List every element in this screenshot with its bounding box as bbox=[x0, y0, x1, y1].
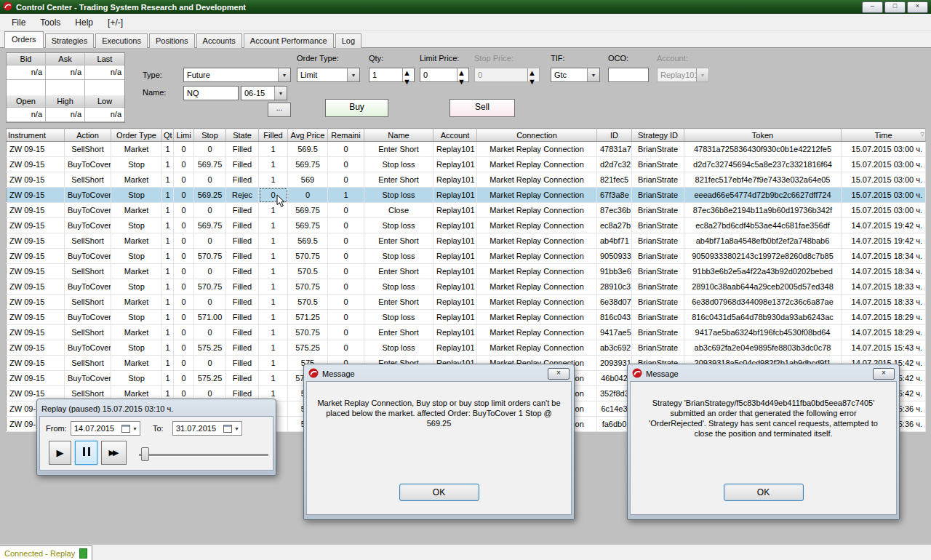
tab-account-performance[interactable]: Account Performance bbox=[244, 33, 334, 48]
menu-plus-minus[interactable]: [+/-] bbox=[100, 15, 130, 30]
table-row[interactable]: ZW 09-15BuyToCoverStop10569.75Filled1569… bbox=[7, 157, 926, 172]
column-header-order-type[interactable]: Order Type bbox=[111, 129, 162, 142]
column-header-action[interactable]: Action bbox=[65, 129, 111, 142]
cell-id: 91bb3e6 bbox=[597, 264, 632, 279]
ok-button[interactable]: OK bbox=[724, 484, 804, 501]
quantity-stepper[interactable]: 1 ▲▼ bbox=[369, 68, 415, 82]
cell-connection: Market Replay Connection bbox=[477, 295, 597, 310]
column-header-remaini[interactable]: Remaini bbox=[328, 129, 364, 142]
tab-strategies[interactable]: Strategies bbox=[45, 33, 95, 48]
cell-state: Filled bbox=[226, 157, 259, 172]
cell-state: Filled bbox=[226, 325, 259, 340]
spin-down-icon[interactable]: ▼ bbox=[457, 77, 468, 86]
minimize-icon[interactable]: – bbox=[862, 1, 883, 13]
table-row[interactable]: ZW 09-15SellShortMarket100Filled1570.750… bbox=[7, 325, 926, 340]
menu-file[interactable]: File bbox=[4, 15, 33, 30]
replay-speed-slider[interactable] bbox=[139, 454, 268, 457]
play-button[interactable]: ▶ bbox=[49, 441, 71, 465]
tab-orders[interactable]: Orders bbox=[4, 31, 44, 48]
column-header-instrument[interactable]: Instrument bbox=[7, 129, 65, 142]
cell-stop: 569.75 bbox=[194, 157, 226, 172]
chevron-down-icon[interactable]: ▼ bbox=[587, 68, 599, 81]
mouse-cursor bbox=[276, 194, 285, 211]
table-row[interactable]: ZW 09-15BuyToCoverStop10569.75Filled1569… bbox=[7, 218, 926, 233]
pause-button[interactable] bbox=[75, 441, 97, 465]
from-date-picker[interactable]: 14.07.2015 ▼ bbox=[71, 421, 140, 436]
cell-qt: 1 bbox=[162, 325, 174, 340]
cell-qt: 1 bbox=[162, 157, 174, 172]
column-header-account[interactable]: Account bbox=[433, 129, 477, 142]
dialog-titlebar[interactable]: Message × bbox=[630, 367, 897, 381]
table-row[interactable]: ZW 09-15BuyToCoverStop10569.25Rejec001St… bbox=[7, 188, 926, 203]
buy-button[interactable]: Buy bbox=[325, 99, 388, 117]
table-row[interactable]: ZW 09-15BuyToCoverStop10570.75Filled1570… bbox=[7, 279, 926, 295]
chevron-down-icon[interactable]: ▼ bbox=[274, 87, 287, 100]
table-row[interactable]: ZW 09-15BuyToCoverStop10575.25Filled1575… bbox=[7, 340, 926, 356]
browse-button[interactable]: ... bbox=[268, 103, 291, 117]
tab-accounts[interactable]: Accounts bbox=[196, 33, 242, 48]
oco-input[interactable] bbox=[608, 68, 649, 82]
spin-down-icon[interactable]: ▼ bbox=[403, 77, 414, 86]
chevron-down-icon[interactable]: ▼ bbox=[234, 426, 239, 431]
column-header-connection[interactable]: Connection bbox=[477, 129, 597, 142]
chevron-down-icon[interactable]: ▼ bbox=[132, 426, 137, 431]
cell-stop: 0 bbox=[194, 203, 226, 218]
sell-button[interactable]: Sell bbox=[449, 99, 515, 117]
tab-log[interactable]: Log bbox=[335, 33, 361, 48]
menu-help[interactable]: Help bbox=[68, 15, 100, 30]
column-header-token[interactable]: Token bbox=[684, 129, 842, 142]
column-header-time[interactable]: Time▽ bbox=[842, 129, 926, 142]
close-icon[interactable]: × bbox=[907, 1, 928, 13]
tab-positions[interactable]: Positions bbox=[149, 33, 195, 48]
chevron-down-icon[interactable]: ▼ bbox=[278, 68, 290, 81]
table-row[interactable]: ZW 09-15BuyToCoverMarket100Filled1569.75… bbox=[7, 203, 926, 218]
replay-slider-handle[interactable] bbox=[141, 447, 149, 461]
table-row[interactable]: ZW 09-15SellShortMarket100Filled1569.50E… bbox=[7, 142, 926, 157]
column-header-filled[interactable]: Filled bbox=[259, 129, 288, 142]
expiry-select[interactable]: 06-15 ▼ bbox=[241, 86, 287, 100]
menu-tools[interactable]: Tools bbox=[33, 15, 68, 30]
chevron-down-icon[interactable]: ▼ bbox=[347, 68, 359, 81]
cell-order-type: Stop bbox=[111, 157, 162, 172]
column-header-strategy-id[interactable]: Strategy ID bbox=[632, 129, 684, 142]
column-header-avg-price[interactable]: Avg Price bbox=[288, 129, 328, 142]
tab-executions[interactable]: Executions bbox=[95, 33, 148, 48]
cell-connection: Market Replay Connection bbox=[477, 325, 597, 340]
spin-up-icon[interactable]: ▲ bbox=[457, 68, 468, 77]
column-header-stop[interactable]: Stop bbox=[194, 129, 226, 142]
cell-filled: 1 bbox=[259, 218, 288, 233]
column-header-state[interactable]: State bbox=[226, 129, 259, 142]
column-header-id[interactable]: ID bbox=[597, 129, 632, 142]
cell-account: Replay101 bbox=[433, 172, 477, 188]
fast-forward-button[interactable]: ▶▶ bbox=[101, 441, 127, 465]
restore-icon[interactable]: □ bbox=[884, 1, 906, 13]
tif-select[interactable]: Gtc ▼ bbox=[551, 68, 600, 82]
spin-up-icon[interactable]: ▲ bbox=[403, 68, 414, 77]
cell-name: Enter Short bbox=[364, 295, 433, 310]
connection-status-tab[interactable]: Connected - Replay bbox=[0, 545, 92, 560]
table-row[interactable]: ZW 09-15BuyToCoverStop10571.00Filled1571… bbox=[7, 310, 926, 325]
ok-button[interactable]: OK bbox=[399, 484, 479, 501]
to-date-picker[interactable]: 31.07.2015 ▼ bbox=[172, 421, 242, 436]
order-type-select[interactable]: Limit ▼ bbox=[297, 68, 360, 82]
dialog-titlebar[interactable]: Message × bbox=[306, 367, 572, 381]
close-icon[interactable]: × bbox=[873, 368, 895, 380]
table-row[interactable]: ZW 09-15SellShortMarket100Filled1570.50E… bbox=[7, 264, 926, 279]
table-row[interactable]: ZW 09-15SellShortMarket100Filled1570.50E… bbox=[7, 295, 926, 310]
instrument-name-input[interactable] bbox=[183, 86, 239, 100]
titlebar[interactable]: Control Center - Trading System Research… bbox=[0, 0, 931, 14]
table-row[interactable]: ZW 09-15BuyToCoverStop10570.75Filled1570… bbox=[7, 249, 926, 264]
instrument-type-select[interactable]: Future ▼ bbox=[183, 68, 291, 82]
replay-dialog-titlebar[interactable]: Replay (paused) 15.07.2015 03:10 ч. bbox=[39, 401, 273, 416]
column-header-name[interactable]: Name bbox=[364, 129, 433, 142]
column-header-limi[interactable]: Limi bbox=[174, 129, 194, 142]
column-header-qt[interactable]: Qt bbox=[162, 129, 174, 142]
cell-connection: Market Replay Connection bbox=[477, 279, 597, 295]
open-value: n/a bbox=[7, 108, 46, 122]
table-row[interactable]: ZW 09-15SellShortMarket100Filled1569.50E… bbox=[7, 233, 926, 249]
limit-price-stepper[interactable]: 0 ▲▼ bbox=[420, 68, 469, 82]
cell-id: ec8a27b bbox=[597, 218, 632, 233]
table-row[interactable]: ZW 09-15SellShortMarket100Filled15690Ent… bbox=[7, 172, 926, 188]
close-icon[interactable]: × bbox=[548, 368, 570, 380]
cell-qt: 1 bbox=[162, 249, 174, 264]
